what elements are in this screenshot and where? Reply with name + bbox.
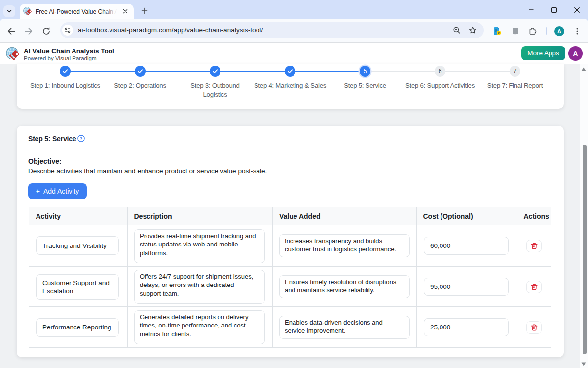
svg-text:?: ? xyxy=(80,136,82,141)
